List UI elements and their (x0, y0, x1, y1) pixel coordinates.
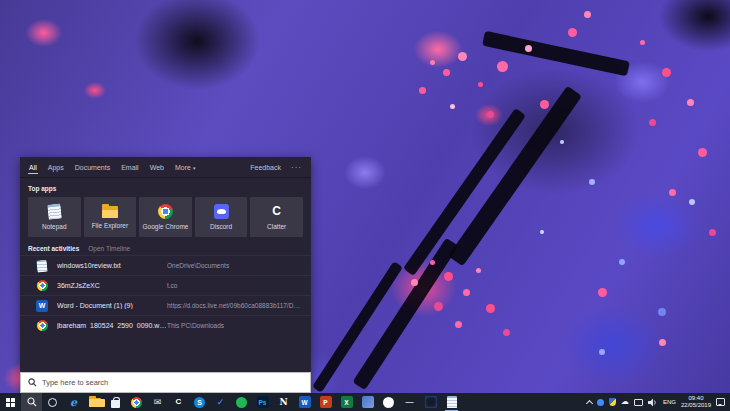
tab-documents[interactable]: Documents (75, 158, 110, 176)
top-app-label: Clatter (267, 223, 286, 230)
recent-row-webp-image[interactable]: jbareham_180524_2590_0090.webp This PC\D… (20, 315, 311, 335)
recent-item-location: https://d.docs.live.net/09b60ca08883b117… (167, 302, 303, 309)
tab-email[interactable]: Email (121, 158, 139, 176)
top-apps-heading: Top apps (28, 185, 303, 192)
feedback-button[interactable]: Feedback (250, 158, 281, 176)
notepad-icon (47, 203, 61, 219)
taskbar-dark-app[interactable] (420, 393, 441, 411)
tray-chevron-up-icon[interactable] (586, 399, 593, 406)
word-icon: W (36, 300, 48, 312)
recent-activities-list: windows10review.txt OneDrive\Documents 3… (20, 255, 311, 335)
recent-item-name: Word - Document (1) (9) (57, 302, 167, 309)
volume-icon[interactable] (648, 398, 658, 407)
tab-all[interactable]: All (29, 158, 37, 176)
recent-row-windows10review[interactable]: windows10review.txt OneDrive\Documents (20, 255, 311, 275)
taskbar-todo[interactable]: ✓ (210, 393, 231, 411)
taskbar-chrome[interactable] (126, 393, 147, 411)
tab-more-label: More (175, 164, 191, 171)
recent-row-word-document[interactable]: W Word - Document (1) (9) https://d.docs… (20, 295, 311, 315)
windows-logo-icon (6, 398, 15, 407)
taskbar-spotify[interactable] (231, 393, 252, 411)
more-options-icon[interactable]: ··· (291, 163, 302, 172)
top-app-clatter[interactable]: C Clatter (250, 197, 303, 237)
search-filter-tabs: All Apps Documents Email Web More▾ Feedb… (20, 157, 311, 178)
language-indicator[interactable]: ENG (663, 399, 676, 405)
top-app-notepad[interactable]: Notepad (28, 197, 81, 237)
powerpoint-icon: P (320, 396, 332, 408)
taskbar-xbox[interactable] (378, 393, 399, 411)
recent-item-location: This PC\Downloads (167, 322, 303, 329)
excel-icon: X (341, 396, 353, 408)
tab-more[interactable]: More▾ (175, 158, 195, 176)
taskbar-skype[interactable]: S (189, 393, 210, 411)
notepad-icon (447, 396, 457, 408)
defender-shield-icon[interactable] (609, 398, 616, 406)
display-icon[interactable] (634, 399, 643, 406)
mail-icon: ✉ (154, 398, 162, 407)
checkmark-icon: ✓ (217, 398, 225, 407)
recent-item-name: windows10review.txt (57, 262, 167, 269)
taskbar-clatter[interactable]: C (168, 393, 189, 411)
word-icon: W (299, 396, 311, 408)
recent-item-name: 36mZJsZeXC (57, 282, 167, 289)
wallpaper-bubbles (430, 60, 435, 65)
xbox-icon (383, 397, 394, 408)
taskbar-mail[interactable]: ✉ (147, 393, 168, 411)
clatter-icon: C (272, 204, 281, 219)
wallpaper-paint-stroke (482, 31, 630, 76)
action-center-icon[interactable] (716, 398, 725, 406)
tray-app-icon[interactable] (597, 399, 604, 406)
recent-row-chrome-link[interactable]: 36mZJsZeXC t.co (20, 275, 311, 295)
taskbar-dash-app[interactable]: — (399, 393, 420, 411)
open-timeline-link[interactable]: Open Timeline (88, 245, 130, 252)
top-app-label: Google Chrome (143, 223, 189, 230)
photoshop-icon: Ps (257, 396, 269, 408)
chevron-down-icon: ▾ (193, 165, 196, 171)
clock-time: 09:40 (688, 395, 703, 401)
tab-apps[interactable]: Apps (48, 158, 64, 176)
recent-item-location: OneDrive\Documents (167, 262, 303, 269)
chrome-icon (131, 397, 142, 408)
recent-item-location: t.co (167, 282, 303, 289)
taskbar-file-explorer[interactable] (84, 393, 105, 411)
taskbar-photos[interactable] (357, 393, 378, 411)
discord-icon (214, 204, 229, 219)
clock[interactable]: 09:40 22/05/2019 (681, 395, 711, 409)
search-input[interactable] (42, 378, 303, 387)
top-app-discord[interactable]: Discord (195, 197, 248, 237)
taskbar-excel[interactable]: X (336, 393, 357, 411)
dark-app-icon (425, 396, 437, 408)
top-app-label: File Explorer (92, 222, 128, 229)
taskbar-search-box[interactable] (20, 372, 311, 393)
taskbar-store[interactable] (105, 393, 126, 411)
taskbar-edge[interactable]: e (63, 393, 84, 411)
search-icon (27, 397, 37, 407)
cortana-button[interactable] (42, 393, 63, 411)
taskbar-powerpoint[interactable]: P (315, 393, 336, 411)
tab-web[interactable]: Web (150, 158, 164, 176)
clock-date: 22/05/2019 (681, 402, 711, 408)
wallpaper-bubbles (430, 260, 435, 265)
dash-icon: — (406, 398, 414, 406)
top-app-file-explorer[interactable]: File Explorer (84, 197, 137, 237)
top-app-label: Discord (210, 223, 232, 230)
notepad-icon (36, 259, 47, 272)
recent-item-name: jbareham_180524_2590_0090.webp (57, 322, 167, 329)
taskbar-photoshop[interactable]: Ps (252, 393, 273, 411)
chrome-icon (37, 280, 48, 291)
onedrive-cloud-icon[interactable]: ☁ (621, 398, 629, 406)
notion-icon: N (279, 398, 287, 407)
windows-search-panel: All Apps Documents Email Web More▾ Feedb… (20, 157, 311, 393)
start-button[interactable] (0, 393, 21, 411)
recent-activities-heading: Recent activities (28, 245, 79, 252)
chrome-icon (158, 204, 173, 219)
store-bag-icon (111, 400, 120, 408)
taskbar-notepad[interactable] (441, 393, 462, 411)
taskbar-word[interactable]: W (294, 393, 315, 411)
top-app-google-chrome[interactable]: Google Chrome (139, 197, 192, 237)
file-explorer-icon (102, 206, 118, 218)
taskbar-search-button[interactable] (21, 393, 42, 411)
edge-icon: e (70, 397, 77, 408)
taskbar-notion[interactable]: N (273, 393, 294, 411)
wallpaper-bubbles (640, 40, 645, 45)
